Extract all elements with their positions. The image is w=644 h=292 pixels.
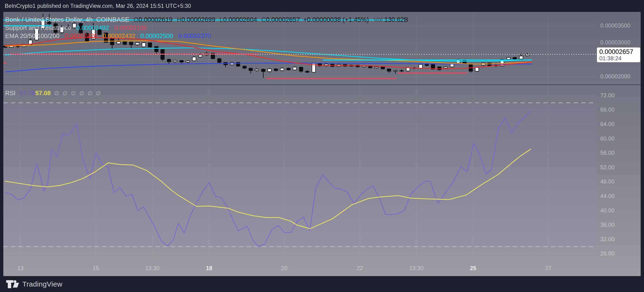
- ema50-value: 0.00002432: [103, 32, 135, 39]
- rsi-legend-row[interactable]: RSI67.7657.08∅∅∅∅∅∅: [5, 89, 101, 97]
- candle: [507, 57, 510, 59]
- pane-separator[interactable]: [0, 84, 644, 85]
- empty-plot-icon: ∅: [54, 90, 59, 96]
- rsi-value: 67.76: [20, 89, 35, 97]
- candle: [425, 65, 429, 65]
- empty-plot-icon: ∅: [96, 90, 101, 96]
- last-price-value: 0.00002657: [599, 48, 640, 55]
- rsi-ma-value: 57.08: [35, 89, 50, 97]
- low-value: 0.00002604: [223, 16, 257, 23]
- low-label: L: [220, 16, 223, 23]
- rsi-indicator-title[interactable]: RSI: [5, 89, 16, 97]
- candle: [293, 67, 296, 70]
- candle: [218, 59, 221, 62]
- publish-header: BeInCrypto1 published on TradingView.com…: [0, 0, 644, 12]
- candle: [513, 57, 517, 59]
- tradingview-logo-icon[interactable]: [6, 280, 19, 288]
- candle: [192, 57, 196, 61]
- close-value: 0.00002657: [266, 16, 300, 23]
- candle: [243, 66, 246, 68]
- candle: [406, 68, 410, 71]
- candle: [419, 65, 422, 68]
- candle: [444, 67, 448, 68]
- legend-sr-row[interactable]: Support and Resistance0.000024920.000021…: [5, 24, 408, 32]
- candle: [142, 43, 146, 47]
- candle: [186, 61, 190, 62]
- time-scale[interactable]: [0, 260, 644, 276]
- left-margin: [0, 12, 3, 276]
- open-label: O: [134, 16, 138, 23]
- candle: [249, 68, 252, 70]
- main-legend: Bonk / United States Dollar, 4h, COINBAS…: [5, 16, 408, 40]
- ema200-value: 0.00002370: [178, 32, 211, 39]
- candle: [287, 68, 290, 70]
- brand-name[interactable]: TradingView: [22, 280, 62, 288]
- candle: [255, 69, 259, 71]
- candle: [199, 55, 202, 57]
- candle: [123, 42, 127, 44]
- publish-caption: BeInCrypto1 published on TradingView.com…: [5, 3, 191, 9]
- last-price-label: 0.00002657 01:38:24: [597, 47, 640, 62]
- candle: [280, 68, 284, 70]
- empty-plot-icon: ∅: [63, 90, 68, 96]
- sr-support-value: 0.00002105: [114, 24, 147, 31]
- candle: [274, 69, 278, 70]
- candle: [394, 70, 397, 71]
- candle: [268, 69, 272, 71]
- candle: [148, 43, 152, 47]
- candle: [300, 67, 303, 71]
- open-value: 0.00002619: [138, 16, 172, 23]
- empty-plot-icon: ∅: [88, 90, 92, 96]
- candle: [375, 67, 378, 68]
- candle: [180, 60, 184, 62]
- candle: [167, 59, 171, 62]
- right-margin: [641, 12, 644, 276]
- candle: [387, 69, 391, 71]
- legend-symbol-row[interactable]: Bonk / United States Dollar, 4h, COINBAS…: [5, 16, 408, 24]
- candle: [306, 71, 309, 72]
- chart-canvas[interactable]: [0, 12, 644, 276]
- empty-plot-icon: ∅: [79, 90, 84, 96]
- ema-50-line: [5, 41, 532, 64]
- ema100-value: 0.00002500: [140, 32, 173, 39]
- candle: [520, 56, 523, 59]
- bar-change: +0.00000038 (+1.45%): [303, 16, 369, 23]
- candle: [174, 60, 177, 62]
- high-label: H: [177, 16, 182, 23]
- candle: [136, 43, 139, 45]
- high-value: 0.00002699: [181, 16, 215, 23]
- ema-indicator-title[interactable]: EMA 20/50/100/200: [5, 32, 60, 39]
- close-label: C: [262, 16, 266, 23]
- candle: [155, 46, 158, 52]
- volume-value: 130.62B: [384, 16, 408, 23]
- symbol-title[interactable]: Bonk / United States Dollar, 4h, COINBAS…: [5, 16, 129, 23]
- volume-label: Vol: [374, 16, 382, 23]
- candle: [381, 67, 385, 69]
- candle: [130, 42, 133, 45]
- ema20-value: 0.00002426: [65, 32, 97, 39]
- legend-ema-row[interactable]: EMA 20/50/100/2000.000024260.000024320.0…: [5, 32, 408, 40]
- candle: [400, 70, 404, 71]
- sr-resistance-value: 0.00002492: [76, 24, 109, 31]
- candle: [262, 69, 265, 72]
- empty-plot-icon: ∅: [71, 90, 76, 96]
- candle: [475, 67, 479, 71]
- candle: [438, 67, 441, 70]
- footer: TradingView: [0, 276, 644, 292]
- bar-countdown: 01:38:24: [599, 55, 640, 61]
- sr-indicator-title[interactable]: Support and Resistance: [5, 24, 71, 31]
- chart-area: 0.000035000.000030000.0000200072.0068.00…: [0, 12, 644, 276]
- candle: [117, 42, 120, 44]
